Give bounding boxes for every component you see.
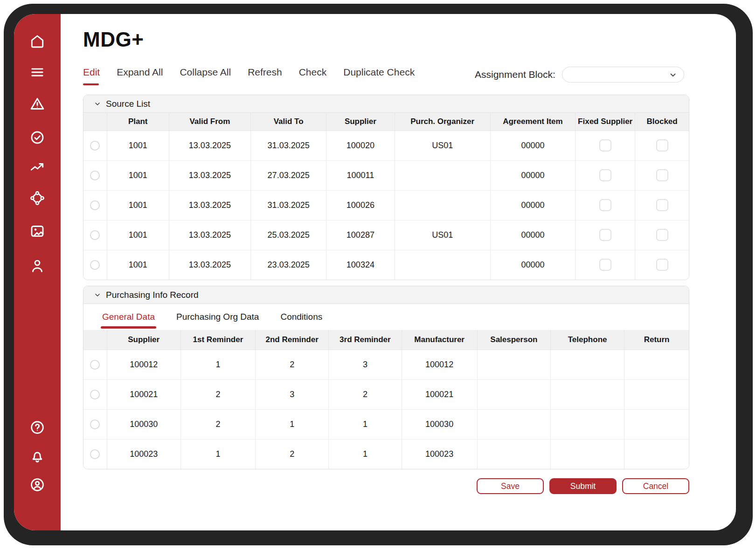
cell-valid-to: 27.03.2025: [251, 160, 326, 190]
table-row: 100113.03.202525.03.2025100287US0100000: [83, 220, 689, 250]
account-icon[interactable]: [28, 476, 46, 494]
row-radio-button[interactable]: [90, 360, 100, 370]
toolbar-item-refresh[interactable]: Refresh: [248, 67, 282, 78]
source-list-header[interactable]: Source List: [83, 95, 689, 113]
cell-manufacturer: 100023: [402, 439, 477, 469]
row-radio-button[interactable]: [90, 260, 100, 270]
cell-purch-organizer: [395, 190, 490, 220]
cell-valid-from: 13.03.2025: [169, 220, 250, 250]
checkbox-fixed-supplier[interactable]: [599, 259, 611, 271]
cell-purch-organizer: [395, 250, 490, 280]
toolbar: EditExpand AllCollapse AllRefreshCheckDu…: [83, 67, 415, 78]
screenshot-stage: MDG+ EditExpand AllCollapse AllRefreshCh…: [0, 0, 756, 550]
source-list-table: PlantValid FromValid ToSupplierPurch. Or…: [83, 113, 689, 280]
cell-salesperson: [477, 379, 550, 409]
cell-salesperson: [477, 350, 550, 379]
cell-salesperson: [477, 409, 550, 439]
row-radio-button[interactable]: [90, 390, 100, 399]
table-row: 100030211100030: [83, 409, 689, 439]
cell-plant: 1001: [107, 131, 169, 160]
home-icon[interactable]: [28, 33, 46, 50]
checkbox-blocked[interactable]: [656, 259, 668, 271]
bell-icon[interactable]: [28, 447, 46, 465]
row-radio-button[interactable]: [90, 419, 100, 429]
cell-return: [624, 350, 689, 379]
column-header-3rd-reminder: 3rd Reminder: [329, 330, 402, 350]
checkbox-fixed-supplier[interactable]: [599, 229, 611, 241]
checkbox-fixed-supplier[interactable]: [599, 139, 611, 151]
column-header-2nd-reminder: 2nd Reminder: [256, 330, 329, 350]
checkbox-blocked[interactable]: [656, 199, 668, 211]
help-icon[interactable]: [28, 419, 46, 436]
source-list-section: Source List PlantValid FromValid ToSuppl…: [83, 95, 689, 280]
assignment-block-label: Assignment Block:: [475, 69, 555, 80]
cell-fixed-supplier: [576, 250, 635, 280]
image-icon[interactable]: [28, 222, 46, 240]
checkbox-fixed-supplier[interactable]: [599, 169, 611, 181]
row-radio-button[interactable]: [90, 141, 100, 151]
cell-valid-to: 23.03.2025: [251, 250, 326, 280]
cell-valid-from: 13.03.2025: [169, 160, 250, 190]
cell-blocked: [635, 190, 689, 220]
toolbar-item-edit[interactable]: Edit: [83, 67, 100, 78]
row-radio-button[interactable]: [90, 171, 100, 180]
submit-button[interactable]: Submit: [549, 478, 617, 494]
cell-manufacturer: 100021: [402, 379, 477, 409]
alert-triangle-icon[interactable]: [28, 95, 46, 113]
cell-blocked: [635, 131, 689, 160]
cell-return: [624, 379, 689, 409]
menu-icon[interactable]: [28, 63, 46, 81]
cell-supplier: 100020: [326, 131, 395, 160]
assignment-block: Assignment Block:: [475, 67, 684, 82]
tab-conditions[interactable]: Conditions: [280, 312, 322, 322]
save-button[interactable]: Save: [477, 478, 544, 494]
column-header-salesperson: Salesperson: [477, 330, 550, 350]
checkbox-blocked[interactable]: [656, 229, 668, 241]
network-icon[interactable]: [28, 189, 46, 207]
user-icon[interactable]: [28, 257, 46, 275]
assignment-block-dropdown[interactable]: [562, 67, 684, 82]
cell-1st-reminder: 1: [180, 439, 255, 469]
purchasing-info-record-header[interactable]: Purchasing Info Record: [83, 286, 689, 304]
cell-supplier: 100011: [326, 160, 395, 190]
cell-fixed-supplier: [576, 190, 635, 220]
footer-actions: Save Submit Cancel: [83, 478, 689, 494]
sidebar: [14, 14, 61, 530]
section-chevron-icon: [94, 100, 101, 108]
cell-2nd-reminder: 3: [256, 379, 329, 409]
toolbar-item-collapse-all[interactable]: Collapse All: [180, 67, 231, 78]
checkbox-fixed-supplier[interactable]: [599, 199, 611, 211]
app-window: MDG+ EditExpand AllCollapse AllRefreshCh…: [14, 14, 736, 530]
trend-up-icon[interactable]: [28, 158, 46, 176]
check-circle-icon[interactable]: [28, 129, 46, 146]
cell-1st-reminder: 2: [180, 379, 255, 409]
cell-supplier: 100324: [326, 250, 395, 280]
cell-2nd-reminder: 2: [256, 439, 329, 469]
toolbar-item-check[interactable]: Check: [299, 67, 327, 78]
row-radio-button[interactable]: [90, 230, 100, 240]
cell-blocked: [635, 220, 689, 250]
toolbar-item-duplicate-check[interactable]: Duplicate Check: [343, 67, 415, 78]
tab-purchasing-org-data[interactable]: Purchasing Org Data: [176, 312, 259, 322]
cell-valid-from: 13.03.2025: [169, 131, 250, 160]
checkbox-blocked[interactable]: [656, 139, 668, 151]
cell-blocked: [635, 250, 689, 280]
row-radio-button[interactable]: [90, 449, 100, 459]
cell-blocked: [635, 160, 689, 190]
cell-1st-reminder: 1: [180, 350, 255, 379]
cell-salesperson: [477, 439, 550, 469]
toolbar-item-expand-all[interactable]: Expand All: [117, 67, 163, 78]
checkbox-blocked[interactable]: [656, 169, 668, 181]
cancel-button[interactable]: Cancel: [622, 478, 689, 494]
table-row: 100021232100021: [83, 379, 689, 409]
row-radio-button[interactable]: [90, 200, 100, 210]
cell-supplier: 100021: [107, 379, 180, 409]
cell-plant: 1001: [107, 220, 169, 250]
cell-fixed-supplier: [576, 131, 635, 160]
cell-agreement-item: 00000: [490, 220, 575, 250]
column-header-supplier: Supplier: [326, 113, 395, 131]
cell-plant: 1001: [107, 160, 169, 190]
cell-supplier: 100030: [107, 409, 180, 439]
column-header-plant: Plant: [107, 113, 169, 131]
tab-general-data[interactable]: General Data: [102, 312, 155, 322]
